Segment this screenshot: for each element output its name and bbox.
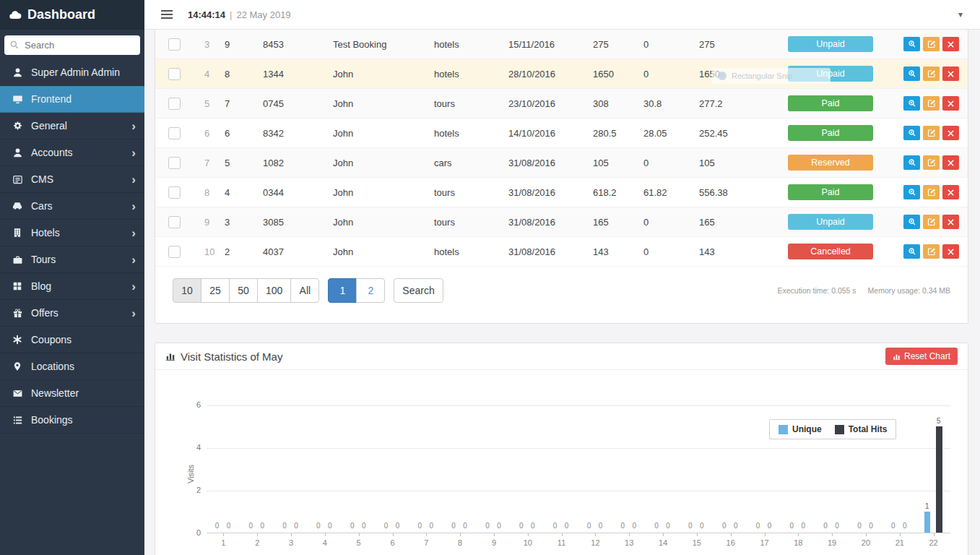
row-checkbox[interactable]: [168, 127, 181, 139]
delete-button[interactable]: [942, 244, 959, 259]
car-icon: [10, 200, 25, 212]
sidebar-item-locations[interactable]: Locations: [0, 353, 144, 380]
view-button[interactable]: [903, 244, 920, 259]
view-button[interactable]: [903, 155, 920, 170]
row-actions-cell: [899, 59, 968, 89]
row-checkbox[interactable]: [168, 38, 181, 51]
table-footer: 102550100All12Search Execution time: 0.0…: [155, 267, 968, 323]
bar-zero-label: 0: [259, 522, 266, 530]
sidebar-item-tours[interactable]: Tours›: [0, 246, 144, 273]
page-size-25-button[interactable]: 25: [201, 278, 230, 303]
page-1-button[interactable]: 1: [328, 278, 357, 303]
sidebar-item-bookings[interactable]: Bookings: [0, 407, 144, 434]
row-amount: 1650: [589, 59, 639, 89]
chevron-right-icon: ›: [131, 200, 136, 212]
sidebar-item-cars[interactable]: Cars›: [0, 193, 144, 220]
page-size-50-button[interactable]: 50: [229, 278, 258, 303]
bar-zero-label: 0: [495, 522, 503, 530]
view-button[interactable]: [903, 126, 920, 140]
grid-line: [207, 448, 950, 449]
row-checkbox[interactable]: [168, 246, 181, 258]
x-tick-label: 16: [720, 538, 742, 547]
row-checkbox[interactable]: [168, 216, 181, 228]
bar-zero-label: 0: [213, 522, 220, 530]
row-checkbox[interactable]: [168, 157, 181, 169]
reset-chart-button[interactable]: Reset Chart: [885, 348, 958, 365]
y-tick-label: 0: [183, 528, 201, 537]
status-badge[interactable]: Unpaid: [788, 214, 873, 230]
view-button[interactable]: [903, 37, 920, 51]
x-tick-label: 10: [517, 538, 539, 547]
row-actions: [903, 215, 963, 229]
grid-icon: [10, 281, 25, 291]
sidebar-item-offers[interactable]: Offers›: [0, 300, 144, 327]
row-checkbox[interactable]: [168, 98, 181, 110]
edit-button[interactable]: [923, 244, 940, 259]
sidebar-item-frontend[interactable]: Frontend: [0, 86, 144, 113]
sidebar-item-blog[interactable]: Blog›: [0, 273, 144, 300]
page-number-group: 12: [328, 278, 385, 303]
status-badge[interactable]: Paid: [788, 125, 873, 141]
bar-zero-label: 0: [326, 522, 334, 530]
page-size-10-button[interactable]: 10: [173, 278, 201, 303]
chart-legend: UniqueTotal Hits: [769, 419, 896, 439]
status-badge[interactable]: Paid: [788, 95, 873, 111]
sidebar-item-coupons[interactable]: Coupons: [0, 327, 144, 353]
delete-button[interactable]: [942, 155, 959, 170]
page-size-100-button[interactable]: 100: [257, 278, 291, 303]
chevron-right-icon: ›: [131, 307, 136, 319]
status-badge[interactable]: Unpaid: [788, 36, 873, 52]
legend-marker: [779, 425, 788, 434]
view-button[interactable]: [903, 96, 920, 111]
delete-button[interactable]: [942, 37, 959, 51]
sidebar-item-general[interactable]: General›: [0, 113, 144, 139]
row-serial: 6: [200, 119, 220, 148]
row-number: 3: [220, 207, 259, 237]
row-actions: [903, 126, 963, 140]
view-button[interactable]: [903, 215, 920, 229]
hamburger-menu-button[interactable]: [157, 7, 176, 22]
edit-button[interactable]: [923, 37, 940, 51]
row-serial: 5: [200, 89, 220, 119]
page-2-button[interactable]: 2: [356, 278, 385, 303]
edit-button[interactable]: [923, 96, 940, 111]
status-badge[interactable]: Cancelled: [788, 244, 873, 259]
row-total: 252.45: [695, 119, 784, 148]
edit-button[interactable]: [923, 126, 940, 140]
row-checkbox[interactable]: [168, 186, 181, 199]
table-search-button[interactable]: Search: [394, 278, 443, 303]
user-menu-caret-icon[interactable]: ▾: [958, 9, 963, 20]
delete-button[interactable]: [942, 126, 959, 140]
row-booking-type: cars: [430, 148, 504, 178]
sidebar-item-super-admin-admin[interactable]: Super Admin Admin: [0, 59, 144, 86]
view-button[interactable]: [903, 66, 920, 81]
sidebar-item-hotels[interactable]: Hotels›: [0, 220, 144, 246]
sidebar-item-label: Frontend: [31, 93, 71, 105]
search-input[interactable]: [4, 35, 140, 55]
delete-button[interactable]: [942, 215, 959, 229]
status-badge[interactable]: Reserved: [788, 155, 873, 171]
page-size-all-button[interactable]: All: [290, 278, 319, 303]
delete-button[interactable]: [942, 66, 959, 81]
edit-button[interactable]: [923, 66, 940, 81]
row-fee: 0: [639, 148, 695, 178]
edit-button[interactable]: [923, 215, 940, 229]
sidebar-item-label: Offers: [31, 307, 58, 319]
row-booking-type: hotels: [430, 30, 504, 59]
sidebar-item-newsletter[interactable]: Newsletter: [0, 380, 144, 407]
row-serial: 3: [200, 30, 220, 59]
bar-zero-label: 0: [428, 522, 435, 530]
row-total: 105: [695, 148, 784, 178]
status-badge[interactable]: Paid: [788, 184, 873, 200]
sidebar-item-accounts[interactable]: Accounts›: [0, 139, 144, 166]
delete-button[interactable]: [942, 96, 959, 111]
delete-button[interactable]: [942, 185, 959, 199]
edit-button[interactable]: [923, 155, 940, 170]
view-button[interactable]: [903, 185, 920, 199]
row-booking-type: hotels: [430, 237, 504, 267]
sidebar-item-cms[interactable]: CMS›: [0, 166, 144, 193]
x-tick-mark: [595, 533, 596, 536]
row-checkbox[interactable]: [168, 68, 181, 80]
edit-button[interactable]: [923, 185, 940, 199]
x-tick-label: 7: [415, 538, 437, 547]
